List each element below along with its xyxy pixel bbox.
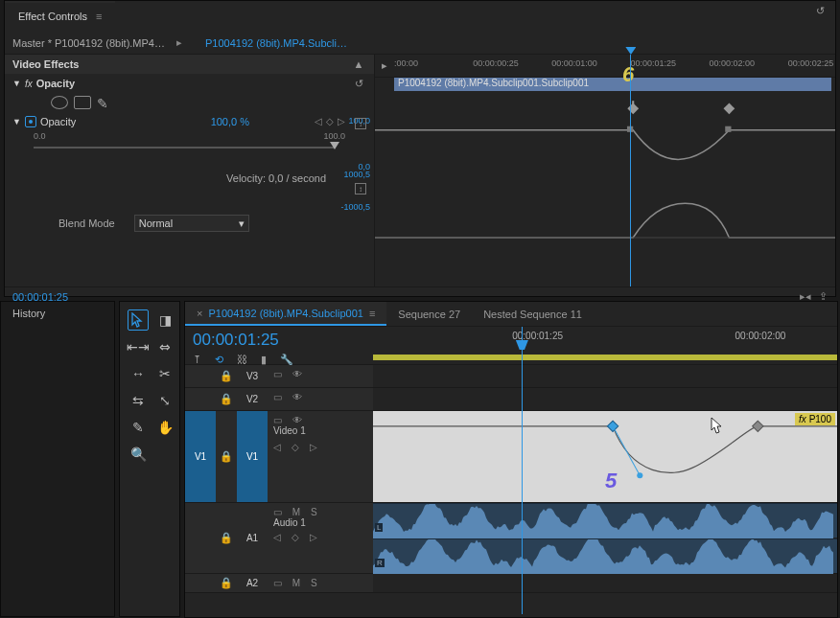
track-name[interactable]: Audio 1 [273,517,367,528]
panel-menu-icon[interactable]: ≡ [96,11,102,22]
opacity-value[interactable]: 100,0 % [211,116,249,127]
timeline-tab[interactable]: Sequence 27 [386,302,472,326]
opacity-slider-block: 0.0 100.0 100,0 ↕ 0,0 [5,131,374,170]
reset-effect-icon[interactable]: ↺ [351,76,366,91]
tab-label: Effect Controls [18,11,87,22]
timeline-tracks: 🔒 V3 ▭ 👁 🔒 V2 ▭ 👁 V1 🔒 V1 ▭ 👁 [185,365,837,593]
history-panel: History [0,301,115,617]
timeline-ruler[interactable]: 00:00:01:2500:00:02:00 [373,327,837,364]
track-a2: 🔒 A2 ▭ M S [185,574,837,593]
ruler-tick: :00:00 [394,58,418,68]
lock-icon[interactable]: 🔒 [216,388,237,410]
work-area-bar[interactable] [373,355,837,360]
effect-controls-tab[interactable]: Effect Controls ≡ [5,1,115,32]
zoom-tool-icon[interactable]: 🔍 [128,444,149,465]
ruler-tick: 00:00:02:00 [735,331,786,341]
svg-rect-4 [725,126,731,132]
svg-rect-9 [753,421,763,431]
chevron-down-icon: ▾ [239,217,245,230]
annotation-6: 6 [622,62,634,87]
razor-tool-icon[interactable]: ✂ [154,363,175,384]
play-icon[interactable]: ▸ [375,55,394,77]
ruler-tick: 00:00:01:00 [551,58,597,68]
master-clip-label[interactable]: Master * P1004192 (8bit).MP4… [12,37,165,49]
video-effects-header[interactable]: Video Effects ▲ [5,55,374,74]
track-toggle-icons[interactable]: ▭ 👁 [273,392,306,402]
twirl-down-icon[interactable]: ▼ [12,117,21,126]
rectangle-mask-icon[interactable] [74,96,91,109]
breadcrumb-arrow-icon: ▸ [176,36,182,49]
src-patch-a1[interactable] [185,503,216,573]
go-to-in-icon[interactable]: ▲ [351,57,366,72]
tgt-patch-a1[interactable]: A1 [237,503,268,573]
timeline-tab[interactable]: Nested Sequence 11 [472,302,594,326]
timeline-timecode[interactable]: 00:00:01:25 [193,331,365,350]
track-content-v1[interactable]: fx P100 5 [373,411,837,502]
panel-menu-icon[interactable]: ≡ [369,308,375,319]
tgt-patch-v3[interactable]: V3 [237,365,268,387]
lock-icon[interactable]: 🔒 [216,574,237,592]
keyframe-nav[interactable]: ◁ ◇ ▷ [273,532,367,542]
ellipse-mask-icon[interactable] [51,96,68,109]
rate-stretch-tool-icon[interactable]: ↔ [128,363,149,384]
mask-tools-row: ✎ [5,93,374,112]
channel-label-r: R [375,559,385,567]
selection-tool-icon[interactable] [128,309,149,331]
track-name[interactable]: Video 1 [273,425,367,436]
hand-tool-icon[interactable]: ✋ [154,417,175,438]
opacity-value-row: ▼ Opacity 100,0 % ◁ ◇ ▷ [5,112,374,131]
rolling-edit-tool-icon[interactable]: ⇔ [154,336,175,357]
lock-icon[interactable]: 🔒 [216,503,237,573]
timeline-header: 00:00:01:25 ⤒ ⟲ ⛓ ▮ 🔧 00:00:01:2500:00:0… [185,327,837,365]
track-content-v2[interactable] [373,388,837,410]
opacity-slider[interactable] [34,147,336,149]
tgt-patch-a2[interactable]: A2 [237,574,268,592]
track-toggle-icons[interactable]: ▭ M S [273,578,321,588]
ec-time-ruler[interactable]: ▸ :00:0000:00:00:2500:00:01:0000:00:01:2… [375,55,835,78]
timeline-tabs: ×P1004192 (8bit).MP4.Subclip001≡Sequence… [185,302,837,327]
source-clip-label[interactable]: P1004192 (8bit).MP4.Subcli… [205,37,347,49]
opacity-effect-row[interactable]: ▼ fx Opacity ↺ [5,74,374,93]
twirl-down-icon[interactable]: ▼ [12,79,21,88]
effect-controls-body: Video Effects ▲ ▼ fx Opacity ↺ ✎ ▼ Opaci [5,55,835,286]
track-content-a2[interactable] [373,574,837,592]
clip-bar[interactable]: P1004192 (8bit).MP4.Subclip001.Subclip00… [394,78,831,91]
timeline-playhead[interactable] [522,327,523,614]
src-patch-a2[interactable] [185,574,216,592]
reset-param-icon[interactable]: ↺ [812,3,828,18]
history-tab[interactable]: History [1,302,57,325]
tab-label: P1004192 (8bit).MP4.Subclip001 [208,308,362,319]
graph-canvas[interactable]: 6 [375,91,835,286]
pen-tool-icon[interactable]: ✎ [128,417,149,438]
fx-badge-icon[interactable]: fx [25,79,33,89]
track-toggle-icons[interactable]: ▭ 👁 [273,415,367,425]
track-toggle-icons[interactable]: ▭ M S [273,507,367,517]
src-patch-v2[interactable] [185,388,216,410]
track-content-v3[interactable] [373,365,837,387]
slide-tool-icon[interactable]: ⤡ [154,390,175,411]
close-icon[interactable]: × [197,308,202,319]
blend-mode-row: Blend Mode Normal ▾ ↺ [5,212,374,235]
keyframe-nav[interactable]: ◁ ◇ ▷ [273,442,367,452]
pen-mask-icon[interactable]: ✎ [97,96,114,109]
tgt-patch-v1[interactable]: V1 [237,411,268,502]
track-content-a1[interactable]: L R [373,503,837,573]
ripple-edit-tool-icon[interactable]: ⇤⇥ [128,336,149,357]
stopwatch-icon[interactable] [25,116,36,127]
src-patch-v1[interactable]: V1 [185,411,216,502]
track-select-tool-icon[interactable]: ◨ [154,309,175,331]
src-patch-v3[interactable] [185,365,216,387]
expand-graph-icon[interactable]: ↕ [355,118,366,129]
expand-graph-icon[interactable]: ↕ [355,183,366,195]
prev-keyframe-icon[interactable]: ◁ [315,116,322,126]
slip-tool-icon[interactable]: ⇆ [128,390,149,411]
timeline-tab[interactable]: ×P1004192 (8bit).MP4.Subclip001≡ [185,302,386,326]
tgt-patch-v2[interactable]: V2 [237,388,268,410]
cursor-icon [711,417,724,434]
slider-thumb[interactable] [330,142,339,149]
lock-icon[interactable]: 🔒 [216,411,237,502]
track-toggle-icons[interactable]: ▭ 👁 [273,369,306,379]
blend-mode-select[interactable]: Normal ▾ [134,215,249,232]
lock-icon[interactable]: 🔒 [216,365,237,387]
ec-playhead[interactable] [630,55,631,286]
